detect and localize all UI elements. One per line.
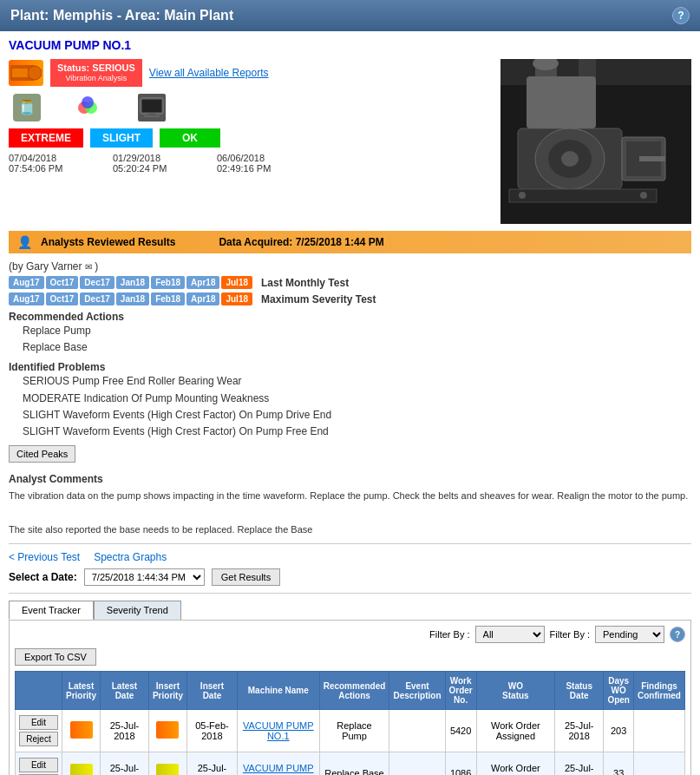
row1-latest-priority (62, 710, 101, 752)
tab-oct17-ms[interactable]: Oct17 (46, 292, 79, 305)
max-severity-label: Maximum Severity Test (261, 293, 376, 305)
col-insert-date: InsertDate (186, 672, 237, 710)
email-icon: ✉ (85, 262, 92, 272)
problem-4: SLIGHT Waveform Events (High Crest Facto… (9, 424, 691, 440)
filter-select-1[interactable]: All (475, 626, 545, 643)
row1-days-open: 203 (604, 710, 634, 752)
header-help-button[interactable]: ? (672, 7, 690, 24)
col-actions (16, 672, 62, 710)
slight-date: 01/29/2018 (113, 153, 182, 163)
date-row: 07/04/2018 07:54:06 PM 01/29/2018 05:20:… (9, 153, 492, 174)
col-latest-date: LatestDate (101, 672, 149, 710)
previous-test-link[interactable]: < Previous Test (9, 551, 80, 563)
tab-apr18-ms[interactable]: Apr18 (186, 292, 219, 305)
status-badge: Status: SERIOUS Vibration Analysis (50, 59, 142, 87)
row1-insert-date: 05-Feb-2018 (186, 710, 237, 752)
machine-title: VACUUM PUMP NO.1 (9, 38, 691, 52)
col-insert-priority: InsertPriority (148, 672, 186, 710)
row1-edit-button[interactable]: Edit (19, 715, 58, 730)
row1-latest-date: 25-Jul-2018 (101, 710, 149, 752)
by-analyst: (by Gary Varner (9, 260, 82, 273)
row1-machine-link[interactable]: VACUUM PUMP NO.1 (243, 720, 314, 741)
filter-label-2: Filter By : (550, 629, 590, 640)
icons-row: 🫙 (9, 94, 492, 122)
col-wo-no: WorkOrderNo. (445, 672, 476, 710)
row2-edit-button[interactable]: Edit (19, 758, 58, 772)
row2-machine-link[interactable]: VACUUM PUMP NO.1 (243, 763, 314, 775)
cited-peaks-button[interactable]: Cited Peaks (9, 445, 75, 463)
ok-button[interactable]: OK (160, 128, 220, 148)
row2-insert-priority-icon (156, 764, 179, 775)
row2-latest-priority (62, 752, 101, 775)
row1-event-description (389, 710, 445, 752)
extreme-button[interactable]: EXTREME (9, 128, 83, 148)
tab-aug17-lm[interactable]: Aug17 (9, 276, 44, 289)
analyst-icon: 👤 (17, 235, 32, 249)
svg-rect-2 (12, 69, 28, 77)
date-select-dropdown[interactable]: 7/25/2018 1:44:34 PM (84, 568, 205, 586)
filter-row: Filter By : All Filter By : Pending Appr… (15, 626, 685, 643)
row1-priority-icon (70, 721, 93, 739)
tab-jul18-ms[interactable]: Jul18 (221, 292, 252, 305)
tab-oct17-lm[interactable]: Oct17 (46, 276, 79, 289)
pump-icon (9, 60, 43, 86)
row2-latest-date: 25-Jul-2018 (101, 752, 149, 775)
row1-reject-button[interactable]: Reject (19, 732, 58, 746)
col-recommended-actions: RecommendedActions (319, 672, 389, 710)
col-machine-name: Machine Name (238, 672, 320, 710)
tab-jan18-ms[interactable]: Jan18 (116, 292, 149, 305)
tabs-row: Event Tracker Severity Trend (9, 601, 691, 620)
top-section: Status: SERIOUS Vibration Analysis View … (9, 59, 691, 224)
row2-machine-name: VACUUM PUMP NO.1 (238, 752, 320, 775)
date-select-label: Select a Date: (9, 571, 77, 583)
last-monthly-label: Last Monthly Test (261, 277, 349, 289)
tab-feb18-ms[interactable]: Feb18 (151, 292, 185, 305)
row2-findings (633, 752, 684, 775)
table-help-button[interactable]: ? (670, 627, 685, 642)
table-row: Edit Reject 25-Jul-2018 25-Jul-2018 VACU… (16, 752, 685, 775)
tab-event-tracker[interactable]: Event Tracker (9, 601, 94, 620)
tab-apr18-lm[interactable]: Apr18 (186, 276, 219, 289)
tab-dec17-ms[interactable]: Dec17 (80, 292, 114, 305)
tab-jul18-lm[interactable]: Jul18 (221, 276, 252, 289)
extreme-time: 07:54:06 PM (9, 163, 78, 174)
filter-label-1: Filter By : (429, 629, 469, 640)
tab-jan18-lm[interactable]: Jan18 (116, 276, 149, 289)
tab-feb18-lm[interactable]: Feb18 (151, 276, 185, 289)
row1-wo-no: 5420 (445, 710, 476, 752)
export-csv-button[interactable]: Export To CSV (15, 648, 96, 666)
gary-row: (by Gary Varner ✉ ) (9, 260, 691, 273)
svg-rect-21 (509, 189, 657, 202)
max-severity-tabs: Aug17 Oct17 Dec17 Jan18 Feb18 Apr18 Jul1… (9, 292, 691, 305)
slight-button[interactable]: SLIGHT (90, 128, 153, 148)
page-header: Plant: Memphis - Area: Main Plant ? (0, 0, 700, 31)
problem-2: MODERATE Indication Of Pump Mounting Wea… (9, 391, 691, 407)
extreme-date: 07/04/2018 (9, 153, 78, 163)
svg-point-18 (561, 151, 579, 167)
tab-aug17-ms[interactable]: Aug17 (9, 292, 44, 305)
row1-status-date: 25-Jul-2018 (555, 710, 604, 752)
screen-icon (138, 94, 166, 122)
row2-status-date: 25-Jul-2018 (555, 752, 604, 775)
filter-select-2[interactable]: Pending Approved Rejected (595, 626, 664, 643)
svg-rect-24 (639, 156, 665, 161)
top-left-panel: Status: SERIOUS Vibration Analysis View … (9, 59, 492, 224)
table-area: Filter By : All Filter By : Pending Appr… (9, 620, 691, 775)
tab-dec17-lm[interactable]: Dec17 (80, 276, 114, 289)
analyst-comment-1: The vibration data on the pump shows imp… (9, 489, 691, 503)
tab-severity-trend[interactable]: Severity Trend (94, 601, 181, 620)
divider-2 (9, 593, 691, 594)
get-results-button[interactable]: Get Results (212, 568, 280, 586)
row2-wo-status: Work Order Assigned (476, 752, 554, 775)
row1-recommended-action: Replace Pump (319, 710, 389, 752)
analyst-comment-2: The site also reported the base needs to… (9, 522, 691, 537)
divider-1 (9, 543, 691, 544)
main-content: VACUUM PUMP NO.1 Status: SERIOUS Vibrati… (0, 31, 700, 775)
row2-wo-no: 1086 (445, 752, 476, 775)
view-reports-link[interactable]: View all Available Reports (149, 67, 269, 79)
svg-rect-7 (142, 100, 161, 112)
row1-insert-priority-icon (156, 721, 179, 739)
row2-recommended-action: Replace Base (319, 752, 389, 775)
row2-event-description (389, 752, 445, 775)
spectra-graphs-link[interactable]: Spectra Graphs (94, 551, 167, 563)
